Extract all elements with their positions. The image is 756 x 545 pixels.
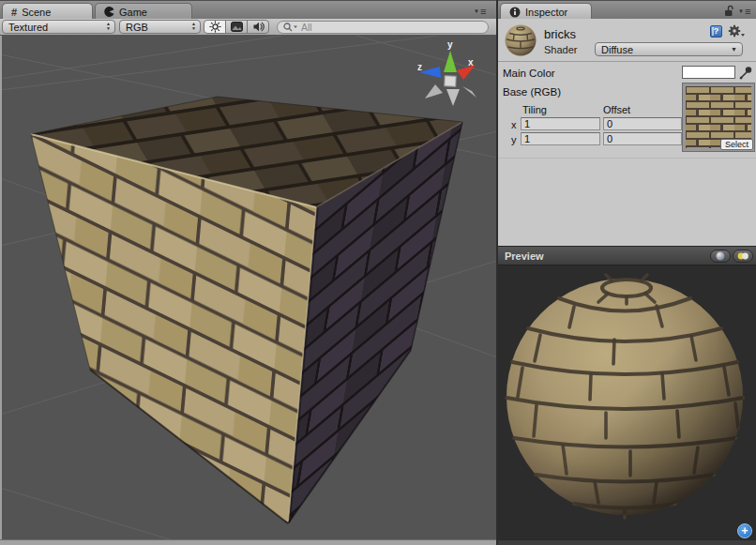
material-preview-ball [504, 23, 537, 57]
stepper-icon: ▲▼ [106, 22, 111, 31]
shader-label: Shader [544, 44, 577, 55]
image-icon [231, 22, 243, 32]
material-properties: Main Color Base (RGB) Select [498, 62, 756, 246]
scene-3d-render: y x z [0, 36, 497, 539]
gizmo-z-label: z [417, 62, 422, 72]
offset-x-input[interactable] [603, 117, 682, 130]
scene-grid-icon: # [11, 7, 17, 18]
dropdown-caret-icon: ▼ [731, 46, 737, 53]
sphere-icon [716, 251, 725, 261]
preview-sphere-render [498, 265, 756, 539]
lighting-toggle-button[interactable] [204, 20, 226, 34]
unity-editor-window: # Scene Game ▼ ≡ Textured ▲▼ RGB ▲▼ [0, 0, 756, 545]
inspector-tabstrip: Inspector ▼ ≡ [498, 0, 756, 19]
scene-panel-menu-icon[interactable]: ▼ ≡ [474, 7, 486, 16]
axis-y-label: y [511, 134, 517, 145]
help-icon[interactable]: ? [710, 25, 722, 38]
offset-header: Offset [603, 104, 630, 115]
draw-mode-dropdown[interactable]: Textured ▲▼ [2, 20, 115, 34]
inspector-panel-menu-icon[interactable]: ▼ ≡ [738, 7, 750, 16]
main-color-label: Main Color [503, 68, 555, 79]
color-mode-dropdown[interactable]: RGB ▲▼ [119, 20, 201, 34]
offset-y-input[interactable] [603, 132, 682, 145]
gear-icon[interactable] [728, 24, 745, 38]
material-name: bricks [544, 27, 576, 41]
scene-search[interactable] [277, 21, 489, 34]
info-icon [509, 7, 521, 18]
texture-thumbnail[interactable]: Select [682, 83, 755, 152]
gizmo-y-label: y [447, 39, 453, 50]
search-icon [282, 22, 299, 33]
preview-header[interactable]: Preview [498, 246, 756, 265]
tab-game[interactable]: Game [95, 3, 192, 20]
material-header: bricks Shader Diffuse ▼ ? [498, 19, 756, 62]
material-preview-area[interactable] [498, 265, 756, 539]
shader-value: Diffuse [601, 44, 633, 55]
scene-frame-edge [0, 36, 2, 539]
tab-inspector-label: Inspector [525, 7, 567, 18]
base-texture-label: Base (RGB) [503, 86, 561, 98]
tab-scene[interactable]: # Scene [2, 3, 93, 20]
axis-x-label: x [511, 119, 517, 130]
skybox-toggle-button[interactable] [225, 20, 248, 34]
tab-game-label: Game [119, 7, 147, 18]
add-preview-button[interactable]: + [737, 523, 752, 538]
tab-scene-label: Scene [22, 7, 51, 18]
game-icon [104, 7, 114, 17]
gizmo-center-cube[interactable] [445, 76, 456, 86]
preview-shape-button[interactable] [710, 250, 731, 263]
stepper-icon: ▲▼ [191, 22, 196, 31]
scene-frame-bottom [0, 539, 497, 545]
shader-dropdown[interactable]: Diffuse ▼ [595, 42, 743, 56]
section-divider [498, 158, 756, 159]
search-input[interactable] [299, 21, 472, 34]
scene-toolbar: Textured ▲▼ RGB ▲▼ [0, 19, 497, 36]
lock-icon[interactable] [724, 5, 734, 17]
tab-inspector[interactable]: Inspector [500, 3, 592, 20]
speaker-icon [252, 21, 265, 33]
preview-lighting-button[interactable] [733, 250, 753, 263]
color-mode-value: RGB [126, 22, 148, 33]
preview-title: Preview [505, 250, 544, 262]
draw-mode-value: Textured [8, 22, 48, 33]
scene-tabstrip: # Scene Game ▼ ≡ [0, 0, 497, 19]
scene-viewport[interactable]: y x z [0, 36, 497, 539]
sun-icon [209, 21, 221, 33]
eyedropper-icon[interactable] [739, 65, 752, 80]
lights-icon [736, 251, 749, 261]
tiling-y-input[interactable] [521, 132, 600, 145]
tiling-x-input[interactable] [521, 117, 600, 130]
preview-footer [498, 539, 756, 545]
tiling-header: Tiling [522, 104, 547, 115]
main-color-swatch[interactable] [682, 66, 735, 79]
gizmo-x-label: x [468, 57, 474, 68]
texture-select-button[interactable]: Select [720, 139, 753, 150]
audio-toggle-button[interactable] [247, 20, 269, 34]
